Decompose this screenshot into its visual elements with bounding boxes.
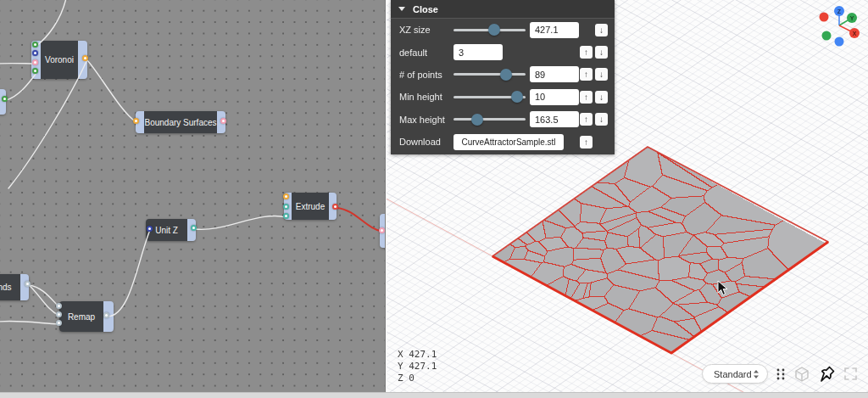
wire	[195, 216, 287, 229]
param-row-default: default 3 ↑ ↓	[391, 41, 615, 63]
port-green[interactable]	[32, 42, 38, 48]
port-navy[interactable]	[147, 226, 153, 232]
xz-size-slider[interactable]	[453, 24, 526, 36]
coord-y: Y 427.1	[398, 361, 437, 373]
move-down-button[interactable]: ↓	[595, 46, 608, 59]
cube-view-icon[interactable]	[793, 366, 810, 383]
download-file-button[interactable]: CurveAttractorSample.stl	[453, 134, 564, 150]
port-pink[interactable]	[220, 118, 226, 124]
points-value[interactable]: 89	[530, 66, 579, 82]
port-plain[interactable]	[56, 303, 62, 309]
param-row-min-height: Min height 10 ↑ ↓	[391, 86, 615, 108]
move-up-button[interactable]: ↑	[580, 68, 593, 81]
param-label: # of points	[399, 70, 453, 80]
xz-size-value[interactable]: 427.1	[530, 22, 579, 38]
move-up-button[interactable]: ↑	[580, 91, 593, 104]
move-up-button[interactable]: ↑	[580, 46, 593, 59]
port-teal[interactable]	[191, 225, 197, 231]
port-teal[interactable]	[283, 204, 289, 210]
move-up-button[interactable]: ↑	[580, 136, 593, 149]
node-bounds[interactable]: ounds	[0, 274, 29, 300]
port-pink[interactable]	[32, 59, 38, 65]
node-label: Remap	[59, 301, 103, 332]
node-rail	[0, 89, 6, 115]
param-row-points: # of points 89 ↑ ↓	[391, 64, 615, 86]
move-down-button[interactable]: ↓	[595, 91, 608, 104]
port-green[interactable]	[32, 68, 38, 74]
wire	[108, 230, 150, 317]
param-row-xz-size: XZ size 427.1 ↓	[391, 19, 615, 41]
param-label: default	[399, 48, 453, 58]
move-down-button[interactable]: ↓	[595, 113, 608, 126]
node-unit-z[interactable]: Unit Z	[146, 219, 196, 241]
pin-icon[interactable]	[818, 365, 836, 383]
view-mode-value: Standard	[714, 369, 752, 379]
panel-title: Close	[413, 4, 438, 14]
node-voronoi[interactable]: Voronoi	[31, 41, 87, 79]
view-mode-dropdown[interactable]: Standard	[702, 364, 768, 384]
slider-track	[453, 118, 526, 121]
port-amber[interactable]	[133, 118, 139, 124]
min-height-slider[interactable]	[453, 91, 526, 103]
port-plain[interactable]	[25, 281, 31, 287]
move-down-button[interactable]: ↓	[595, 24, 608, 36]
default-input[interactable]: 3	[453, 44, 503, 60]
port-teal[interactable]	[283, 213, 289, 219]
cursor-coordinates: X 427.1 Y 427.1 Z 0	[398, 349, 437, 384]
coord-z: Z 0	[398, 373, 437, 384]
port-plain[interactable]	[56, 311, 62, 317]
axis-x-label: X	[853, 31, 857, 36]
wire	[0, 321, 59, 324]
axis-y-label: Y	[850, 15, 854, 21]
panel-header[interactable]: Close	[391, 0, 615, 19]
slider-thumb[interactable]	[511, 91, 523, 103]
port-amber[interactable]	[283, 193, 289, 199]
node-label: Voronoi	[41, 41, 78, 79]
slider-thumb[interactable]	[488, 24, 500, 36]
port-amber[interactable]	[82, 55, 88, 61]
drag-handle-icon[interactable]	[776, 367, 786, 381]
port-navy[interactable]	[32, 50, 38, 56]
param-label: Min height	[399, 92, 453, 102]
param-label: XZ size	[399, 25, 453, 35]
node-label: ounds	[0, 274, 20, 300]
node-extrude[interactable]: Extrude	[284, 193, 337, 220]
node-fragment-left[interactable]	[0, 89, 6, 115]
wire	[29, 285, 59, 316]
param-row-download: Download CurveAttractorSample.stl ↑	[391, 131, 615, 153]
move-up-button[interactable]: ↑	[580, 113, 593, 126]
port-red[interactable]	[332, 204, 338, 210]
port-plain[interactable]	[56, 320, 62, 326]
points-slider[interactable]	[453, 69, 526, 81]
axis-gizmo[interactable]: Z Y X	[809, 0, 865, 53]
axis-z-label: Z	[837, 8, 842, 14]
axis-neg-x-ball[interactable]	[820, 13, 829, 22]
port-pink[interactable]	[379, 227, 385, 233]
node-editor-canvas[interactable]: Voronoi Boundary Surfaces Unit Z Extrude…	[0, 0, 386, 392]
param-label: Max height	[399, 115, 453, 125]
node-boundary-surfaces[interactable]: Boundary Surfaces	[136, 111, 225, 133]
wire	[36, 0, 66, 46]
axis-neg-z-ball[interactable]	[835, 37, 844, 47]
node-rail	[20, 274, 29, 300]
port-plain[interactable]	[103, 312, 109, 318]
param-label: Download	[399, 137, 453, 147]
parameter-panel: Close XZ size 427.1 ↓ default 3 ↑ ↓ # of…	[391, 0, 615, 154]
collapse-caret-icon	[398, 7, 405, 11]
wire-selected	[337, 208, 383, 232]
slider-thumb[interactable]	[500, 69, 512, 81]
max-height-slider[interactable]	[453, 114, 526, 126]
slider-thumb[interactable]	[471, 114, 483, 126]
dropdown-arrows-icon	[752, 368, 760, 380]
wire	[29, 285, 59, 307]
move-down-button[interactable]: ↓	[595, 68, 608, 81]
max-height-value[interactable]: 163.5	[530, 111, 579, 127]
viewport-controls: Standard	[702, 364, 858, 384]
port-green[interactable]	[2, 96, 8, 102]
fullscreen-icon[interactable]	[843, 367, 858, 381]
axis-neg-y-ball[interactable]	[822, 31, 832, 41]
param-row-max-height: Max height 163.5 ↑ ↓	[391, 109, 615, 131]
coord-x: X 427.1	[398, 349, 437, 361]
min-height-value[interactable]: 10	[530, 89, 579, 105]
wire	[8, 61, 86, 188]
